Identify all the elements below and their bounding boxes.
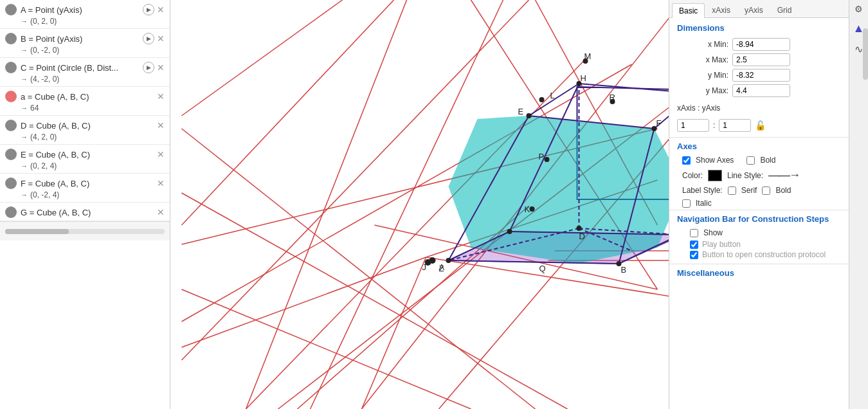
show-axes-checkbox[interactable] — [682, 156, 691, 165]
item-value-text: (4, 2, 0) — [30, 132, 57, 141]
tab-grid[interactable]: Grid — [770, 3, 799, 17]
item-color-dot — [5, 4, 17, 15]
svg-text:B: B — [621, 265, 627, 275]
sidebar-item-header: D = Cube (A, B, C) ✕ — [5, 120, 165, 131]
play-button-label: Play button — [702, 240, 741, 249]
item-close-button[interactable]: ✕ — [157, 178, 165, 188]
item-color-dot — [5, 149, 17, 160]
bold-label: Bold — [760, 156, 775, 165]
axis-ratio-row: : 🔓 — [669, 116, 868, 137]
arrow-icon: → — [21, 162, 28, 170]
item-name: B = Point (yAxis) — [21, 34, 143, 44]
svg-text:M: M — [584, 51, 592, 61]
bold-checkbox[interactable] — [746, 156, 755, 165]
label-style-label: Label Style: — [682, 186, 723, 195]
nav-show-checkbox[interactable] — [690, 229, 698, 237]
item-color-dot — [5, 62, 17, 73]
serif-checkbox[interactable] — [728, 186, 736, 195]
item-close-button[interactable]: ✕ — [157, 149, 165, 159]
item-close-button[interactable]: ✕ — [157, 120, 165, 131]
xmax-input[interactable] — [732, 53, 790, 66]
gear-icon[interactable]: ⚙ — [854, 4, 863, 14]
item-value-text: 64 — [30, 104, 39, 113]
arrow-icon: → — [21, 46, 28, 54]
ymin-input[interactable] — [732, 69, 790, 82]
svg-text:R: R — [610, 93, 615, 102]
color-row: Color: Line Style: ——→ — [669, 167, 868, 184]
arrow-icon: → — [21, 133, 28, 141]
item-name: D = Cube (A, B, C) — [21, 121, 154, 131]
tab-basic[interactable]: Basic — [672, 3, 705, 18]
item-color-dot — [5, 33, 17, 44]
nav-show-label: Show — [703, 228, 723, 237]
play-button[interactable]: ▶ — [143, 33, 154, 44]
item-name: C = Point (Circle (B, Dist... — [21, 63, 143, 73]
wave-icon[interactable]: ∿ — [854, 43, 863, 55]
line-style-arrow[interactable]: ——→ — [768, 168, 799, 182]
lock-icon[interactable]: 🔓 — [755, 120, 766, 131]
svg-text:F: F — [656, 118, 662, 128]
sidebar-item: A = Point (yAxis) ▶ ✕ → (0, 2, 0) — [0, 0, 170, 29]
item-value-text: (0, -2, 4) — [30, 190, 59, 199]
item-color-dot — [5, 177, 17, 189]
dimensions-title: Dimensions — [669, 18, 868, 35]
svg-text:D: D — [579, 232, 585, 241]
canvas-area[interactable]: A B C D E F G H I J K L M N P Q R S Z — [170, 0, 669, 409]
item-value: → (4, -2, 0) — [5, 75, 165, 84]
arrow-icon: → — [21, 17, 28, 25]
axis-ratio-label: xAxis : yAxis — [669, 102, 868, 116]
item-color-dot — [5, 91, 17, 102]
xmax-label: x Max: — [677, 55, 728, 64]
item-close-button[interactable]: ✕ — [157, 207, 165, 217]
show-axes-row: Show Axes Bold — [669, 154, 868, 167]
svg-point-56 — [539, 97, 545, 102]
nav-show-row: Show — [677, 226, 860, 239]
item-close-button[interactable]: ✕ — [157, 5, 165, 15]
ymax-input[interactable] — [732, 84, 790, 97]
item-name: a = Cube (A, B, C) — [21, 92, 154, 102]
sidebar-item-header: a = Cube (A, B, C) ✕ — [5, 91, 165, 102]
open-protocol-row: Button to open construction protocol — [677, 250, 860, 260]
tab-xaxis[interactable]: xAxis — [705, 3, 737, 17]
nav-bar-title: Navigation Bar for Construction Steps — [677, 214, 860, 224]
ratio-y-input[interactable] — [719, 119, 751, 132]
item-name: G = Cube (A, B, C) — [21, 208, 154, 217]
play-button[interactable]: ▶ — [143, 62, 154, 73]
sidebar-item-header: B = Point (yAxis) ▶ ✕ — [5, 33, 165, 44]
svg-marker-27 — [449, 116, 669, 264]
ratio-x-input[interactable] — [677, 119, 709, 132]
item-value: → (0, -2, 0) — [5, 46, 165, 55]
item-name: A = Point (yAxis) — [21, 5, 143, 15]
play-button[interactable]: ▶ — [143, 4, 154, 15]
italic-checkbox[interactable] — [682, 199, 691, 208]
svg-text:Q: Q — [539, 264, 546, 273]
open-protocol-checkbox[interactable] — [690, 251, 698, 259]
item-value: → (0, -2, 4) — [5, 190, 165, 199]
ymin-label: y Min: — [677, 71, 728, 80]
item-value: → (4, 2, 0) — [5, 132, 165, 141]
sidebar-item-header: A = Point (yAxis) ▶ ✕ — [5, 4, 165, 15]
svg-point-52 — [577, 226, 582, 231]
label-style-row: Label Style: Serif Bold — [669, 184, 868, 197]
item-value: → 64 — [5, 104, 165, 113]
svg-text:K: K — [525, 204, 530, 214]
tab-yaxis[interactable]: yAxis — [737, 3, 770, 17]
arrow-icon: → — [21, 75, 28, 83]
item-close-button[interactable]: ✕ — [157, 91, 165, 102]
arrow-icon: → — [21, 191, 28, 199]
italic-label: Italic — [696, 199, 712, 208]
misc-section-title: Miscellaneous — [669, 264, 868, 280]
item-value-text: (0, 2, 0) — [30, 17, 57, 26]
xmin-input[interactable] — [732, 38, 790, 51]
line-style-label: Line Style: — [727, 171, 763, 180]
sidebar-item-header: G = Cube (A, B, C) ✕ — [5, 206, 165, 218]
play-button-checkbox[interactable] — [690, 241, 698, 249]
item-close-button[interactable]: ✕ — [157, 62, 165, 73]
svg-text:Z: Z — [439, 264, 444, 273]
bold2-checkbox[interactable] — [762, 186, 770, 195]
open-protocol-label: Button to open construction protocol — [702, 250, 826, 259]
item-close-button[interactable]: ✕ — [157, 33, 165, 44]
color-picker[interactable] — [708, 170, 722, 181]
item-color-dot — [5, 120, 17, 131]
sidebar-item: a = Cube (A, B, C) ✕ → 64 — [0, 87, 170, 116]
